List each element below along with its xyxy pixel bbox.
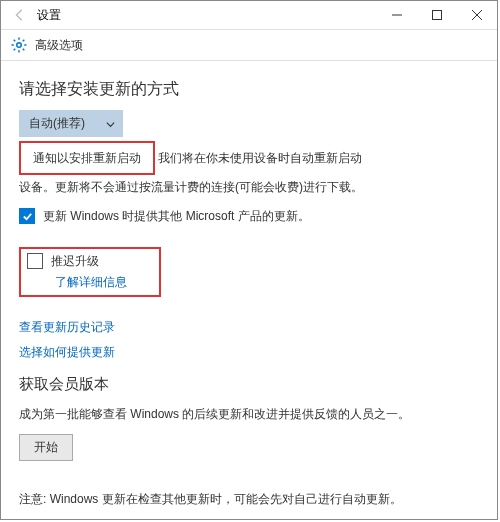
- content-area: 请选择安装更新的方式 自动(推荐) 通知以安排重新启动 我们将在你未使用设备时自…: [1, 61, 497, 520]
- desc-line1-tail: 我们将在你未使用设备时自动重新启动: [158, 151, 362, 165]
- dropdown-selected-label: 自动(推荐): [29, 116, 85, 130]
- highlighted-defer-box: 推迟升级 了解详细信息: [19, 247, 161, 297]
- insider-note: 注意: Windows 更新在检查其他更新时，可能会先对自己进行自动更新。: [19, 489, 479, 509]
- desc-line2: 设备。更新将不会通过按流量计费的连接(可能会收费)进行下载。: [19, 180, 363, 194]
- checkbox-checked-icon: [19, 208, 35, 224]
- page-title: 高级选项: [35, 37, 83, 54]
- chevron-down-icon: [106, 118, 115, 132]
- section-heading-insider: 获取会员版本: [19, 375, 479, 394]
- update-history-link[interactable]: 查看更新历史记录: [19, 319, 479, 336]
- checkbox-defer-upgrade[interactable]: [27, 253, 43, 269]
- minimize-button[interactable]: [377, 1, 417, 29]
- page-header: 高级选项: [1, 30, 497, 61]
- checkbox-other-microsoft-products[interactable]: 更新 Windows 时提供其他 Microsoft 产品的更新。: [19, 208, 479, 225]
- titlebar: 设置: [1, 1, 497, 30]
- settings-window: 设置 高级选项 请选择安装更新的方式 自动(推荐) 通知以安: [0, 0, 498, 520]
- close-button[interactable]: [457, 1, 497, 29]
- highlighted-option-box: 通知以安排重新启动: [19, 141, 155, 175]
- update-mode-dropdown[interactable]: 自动(推荐): [19, 110, 123, 137]
- minimize-icon: [392, 10, 402, 20]
- window-title: 设置: [37, 7, 61, 24]
- svg-rect-1: [433, 11, 442, 20]
- section-heading-update-method: 请选择安装更新的方式: [19, 79, 479, 100]
- gear-icon: [9, 35, 29, 55]
- maximize-button[interactable]: [417, 1, 457, 29]
- checkbox2-label: 推迟升级: [51, 253, 99, 270]
- insider-description: 成为第一批能够查看 Windows 的后续更新和改进并提供反馈的人员之一。: [19, 404, 479, 424]
- insider-start-button[interactable]: 开始: [19, 434, 73, 461]
- svg-point-4: [17, 43, 22, 48]
- close-icon: [472, 10, 482, 20]
- checkbox1-label: 更新 Windows 时提供其他 Microsoft 产品的更新。: [43, 208, 310, 225]
- update-method-description: 通知以安排重新启动 我们将在你未使用设备时自动重新启动 设备。更新将不会通过按流…: [19, 141, 479, 198]
- learn-more-link[interactable]: 了解详细信息: [55, 274, 127, 291]
- delivery-option-link[interactable]: 选择如何提供更新: [19, 344, 479, 361]
- window-controls: [377, 1, 497, 29]
- maximize-icon: [432, 10, 442, 20]
- arrow-left-icon: [13, 8, 27, 22]
- back-button[interactable]: [11, 6, 29, 24]
